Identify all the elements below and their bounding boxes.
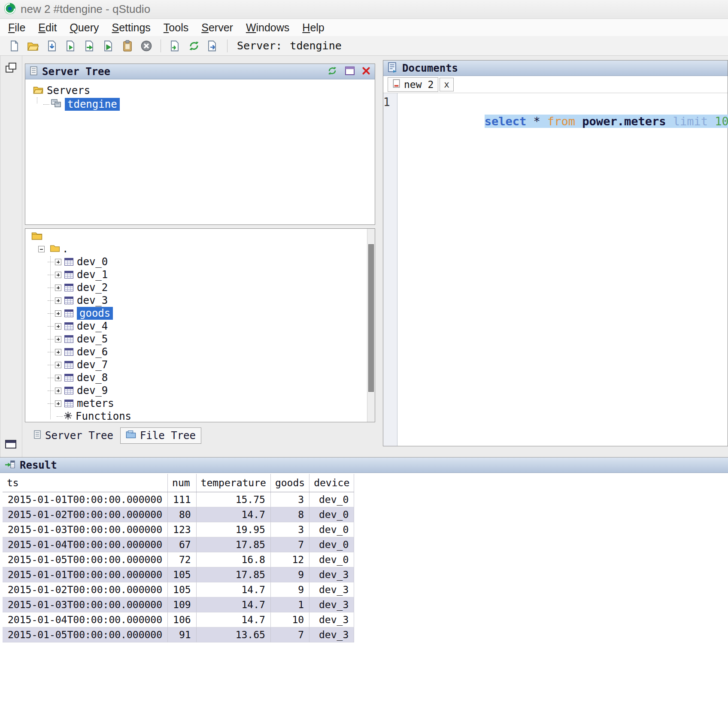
cell-goods[interactable]: 12 <box>270 552 309 567</box>
expand-icon[interactable] <box>55 285 61 291</box>
file-tree-item-dev_4[interactable]: dev_4 <box>30 320 367 333</box>
cell-goods[interactable]: 1 <box>270 597 309 612</box>
cell-goods[interactable]: 7 <box>270 537 309 552</box>
tab-server-tree[interactable]: Server Tree <box>28 428 118 443</box>
cell-temperature[interactable]: 19.95 <box>196 522 270 537</box>
cell-device[interactable]: dev_3 <box>309 627 354 642</box>
cell-goods[interactable]: 3 <box>270 522 309 537</box>
menu-item-server[interactable]: Server <box>195 20 240 36</box>
cell-device[interactable]: dev_3 <box>309 582 354 597</box>
cell-device[interactable]: dev_0 <box>309 522 354 537</box>
cell-ts[interactable]: 2015-01-02T00:00:00.000000 <box>3 507 168 522</box>
file-tree-item-dev_0[interactable]: dev_0 <box>30 255 367 268</box>
file-tree-item-goods[interactable]: goods <box>30 307 367 320</box>
cell-goods[interactable]: 7 <box>270 627 309 642</box>
cell-ts[interactable]: 2015-01-01T00:00:00.000000 <box>3 492 168 507</box>
refresh-server-icon[interactable] <box>186 38 202 54</box>
cell-temperature[interactable]: 16.8 <box>196 552 270 567</box>
refresh-icon[interactable] <box>327 65 338 78</box>
table-row[interactable]: 2015-01-04T00:00:00.0000006717.857dev_0 <box>3 537 354 552</box>
cell-goods[interactable]: 9 <box>270 567 309 582</box>
menu-item-help[interactable]: Help <box>296 20 331 36</box>
server-tree-root[interactable]: Servers <box>25 84 375 97</box>
expand-icon[interactable] <box>55 375 61 381</box>
expand-icon[interactable] <box>55 272 61 278</box>
file-tree-item-dev_1[interactable]: dev_1 <box>30 268 367 281</box>
column-header-temperature[interactable]: temperature <box>196 474 270 492</box>
expand-icon[interactable] <box>55 400 61 407</box>
file-tree-item-dev_2[interactable]: dev_2 <box>30 281 367 294</box>
cell-device[interactable]: dev_0 <box>309 537 354 552</box>
cell-ts[interactable]: 2015-01-04T00:00:00.000000 <box>3 612 168 627</box>
cell-temperature[interactable]: 17.85 <box>196 567 270 582</box>
menu-item-tools[interactable]: Tools <box>157 20 195 36</box>
file-tree-item-dev_7[interactable]: dev_7 <box>30 358 367 371</box>
cell-num[interactable]: 67 <box>168 537 197 552</box>
table-row[interactable]: 2015-01-02T00:00:00.0000008014.78dev_0 <box>3 507 354 522</box>
document-tab-close-button[interactable]: x <box>440 78 454 91</box>
expand-icon[interactable] <box>55 259 61 265</box>
paste-icon[interactable] <box>119 38 136 54</box>
expand-icon[interactable] <box>55 388 61 394</box>
maximize-panel-icon[interactable] <box>345 66 355 77</box>
cell-num[interactable]: 123 <box>168 522 197 537</box>
open-file-icon[interactable] <box>25 38 41 54</box>
editor-code-area[interactable]: select * from power.meters limit 10; <box>397 93 728 446</box>
table-row[interactable]: 2015-01-05T00:00:00.0000009113.657dev_3 <box>3 627 354 642</box>
menu-item-query[interactable]: Query <box>63 20 105 36</box>
cell-ts[interactable]: 2015-01-01T00:00:00.000000 <box>3 567 168 582</box>
table-row[interactable]: 2015-01-01T00:00:00.00000010517.859dev_3 <box>3 567 354 582</box>
run-line-icon[interactable] <box>82 38 98 54</box>
file-tree-dot-folder[interactable]: . <box>30 242 367 255</box>
run-script-icon[interactable] <box>167 38 183 54</box>
cell-temperature[interactable]: 17.85 <box>196 537 270 552</box>
table-row[interactable]: 2015-01-05T00:00:00.0000007216.812dev_0 <box>3 552 354 567</box>
collapse-icon[interactable] <box>38 246 45 252</box>
file-tree-item-dev_9[interactable]: dev_9 <box>30 384 367 397</box>
file-tree-scrollbar[interactable] <box>367 229 375 422</box>
column-header-ts[interactable]: ts <box>3 474 168 492</box>
cell-goods[interactable]: 9 <box>270 582 309 597</box>
table-row[interactable]: 2015-01-01T00:00:00.00000011115.753dev_0 <box>3 492 354 507</box>
table-row[interactable]: 2015-01-03T00:00:00.00000012319.953dev_0 <box>3 522 354 537</box>
cell-goods[interactable]: 8 <box>270 507 309 522</box>
cell-ts[interactable]: 2015-01-05T00:00:00.000000 <box>3 627 168 642</box>
stop-icon[interactable] <box>138 38 155 54</box>
tab-file-tree[interactable]: File Tree <box>120 427 201 444</box>
server-field-value[interactable]: tdengine <box>290 39 341 52</box>
run-query-icon[interactable] <box>63 38 79 54</box>
cell-ts[interactable]: 2015-01-04T00:00:00.000000 <box>3 537 168 552</box>
restore-windows-icon[interactable] <box>5 62 18 76</box>
menu-item-windows[interactable]: Windows <box>240 20 296 36</box>
file-tree-item-dev_8[interactable]: dev_8 <box>30 371 367 384</box>
expand-icon[interactable] <box>55 362 61 368</box>
cell-num[interactable]: 105 <box>168 567 197 582</box>
file-tree-root[interactable] <box>30 230 367 242</box>
cell-goods[interactable]: 3 <box>270 492 309 507</box>
cell-temperature[interactable]: 14.7 <box>196 612 270 627</box>
cell-num[interactable]: 106 <box>168 612 197 627</box>
file-tree-item-functions[interactable]: Functions <box>30 410 367 422</box>
cell-ts[interactable]: 2015-01-05T00:00:00.000000 <box>3 552 168 567</box>
server-tree-item-tdengine[interactable]: tdengine <box>25 97 375 111</box>
cell-device[interactable]: dev_0 <box>309 492 354 507</box>
file-tree-item-dev_3[interactable]: dev_3 <box>30 294 367 307</box>
cell-device[interactable]: dev_3 <box>309 597 354 612</box>
expand-icon[interactable] <box>55 297 61 304</box>
document-tab-new-2[interactable]: new 2 <box>388 77 438 92</box>
sql-editor[interactable]: 1 select * from power.meters limit 10; <box>383 93 728 446</box>
minimized-panel-icon[interactable] <box>5 439 18 451</box>
cell-temperature[interactable]: 14.7 <box>196 582 270 597</box>
expand-icon[interactable] <box>55 349 61 355</box>
cell-num[interactable]: 72 <box>168 552 197 567</box>
cell-ts[interactable]: 2015-01-03T00:00:00.000000 <box>3 597 168 612</box>
table-row[interactable]: 2015-01-04T00:00:00.00000010614.710dev_3 <box>3 612 354 627</box>
code-line[interactable]: select * from power.meters limit 10; <box>401 96 728 147</box>
cell-temperature[interactable]: 14.7 <box>196 597 270 612</box>
cell-num[interactable]: 105 <box>168 582 197 597</box>
cell-temperature[interactable]: 13.65 <box>196 627 270 642</box>
menu-item-file[interactable]: File <box>2 20 32 36</box>
expand-icon[interactable] <box>55 336 61 342</box>
cell-num[interactable]: 111 <box>168 492 197 507</box>
cell-device[interactable]: dev_0 <box>309 552 354 567</box>
